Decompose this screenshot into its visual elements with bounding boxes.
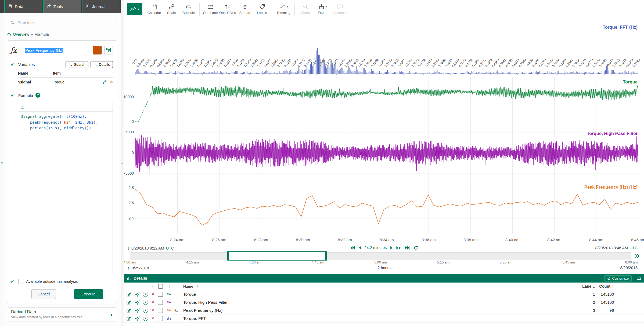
derived-data-panel[interactable]: Derived Data View data created by tools …	[7, 307, 116, 321]
peak-frequency-plot[interactable]	[135, 182, 638, 233]
trend-view-button[interactable]: ▾	[127, 3, 142, 15]
timeline-expand-icon[interactable]	[634, 253, 640, 260]
tools-panel: Overview » Formula ƒx Peak Frequency (Hz…	[4, 13, 121, 326]
dependency-tree-button[interactable]	[104, 46, 113, 54]
item-name[interactable]: Torque, High Pass Filter	[182, 300, 576, 305]
edit-pencil-icon[interactable]	[103, 80, 107, 84]
remove-item-icon[interactable]: ×	[149, 309, 156, 312]
formula-editor[interactable]: $signal.aggregate(fft(100hz). peakFreque…	[18, 102, 113, 274]
fast-backward-button[interactable]	[350, 246, 355, 250]
customize-button[interactable]: Customize	[604, 275, 632, 281]
cancel-button[interactable]: Cancel	[31, 289, 56, 299]
column-header-lane[interactable]: Lane	[582, 284, 591, 288]
tab-journal[interactable]: Journal	[82, 0, 120, 13]
collapse-panel-left-icon[interactable]: «	[1, 160, 3, 165]
range-end-date[interactable]: 8/29/2018 8:46 AM	[595, 246, 628, 250]
remove-item-icon[interactable]: ×	[149, 317, 156, 320]
row-checkbox[interactable]	[158, 308, 163, 313]
add-column-icon[interactable]	[637, 276, 641, 280]
item-name[interactable]: Torque, FFT	[182, 316, 576, 321]
timeline-left-handle[interactable]	[227, 252, 229, 260]
edit-item-icon[interactable]	[124, 292, 133, 297]
column-header-name[interactable]: Name	[183, 284, 193, 288]
chevron-right-icon[interactable]: ›	[110, 311, 112, 318]
arrow-down-icon[interactable]: ↓	[127, 246, 129, 251]
sidebar-left-gutter	[0, 13, 4, 326]
high-pass-filter-plot[interactable]	[135, 129, 638, 178]
range-duration[interactable]: 24.2 minutes	[364, 246, 387, 250]
toolbar-export-button[interactable]: ▾ Export	[315, 1, 331, 17]
edit-item-icon[interactable]	[124, 300, 133, 305]
details-row[interactable]: i×HzPeak Frequency (Hz)396	[124, 306, 644, 314]
variables-details-button[interactable]: Details	[91, 61, 113, 68]
info-icon[interactable]: i	[141, 300, 149, 305]
sort-icon[interactable]: ▲▼	[169, 285, 171, 288]
row-checkbox[interactable]	[158, 316, 163, 321]
toolbar-spread-button[interactable]: Spread	[237, 1, 253, 17]
toolbar-calendar-button[interactable]: Calendar	[146, 1, 162, 17]
item-name[interactable]: Peak Frequency (Hz)	[182, 308, 576, 313]
toolbar-one-y-axis-button[interactable]: One Y-Axis	[220, 1, 236, 17]
refresh-icon[interactable]	[414, 246, 418, 250]
send-item-icon[interactable]	[133, 300, 141, 305]
collapse-panel-icon[interactable]: «	[121, 160, 123, 165]
step-backward-button[interactable]	[358, 246, 361, 250]
fast-forward-button[interactable]	[396, 246, 401, 250]
comment-icon	[337, 4, 343, 10]
item-name[interactable]: Torque	[182, 292, 576, 297]
range-end-timezone[interactable]: UTC	[629, 246, 638, 250]
sort-icon[interactable]: ▲▼	[197, 285, 199, 288]
function-list-icon[interactable]	[20, 104, 25, 109]
filter-tools-input[interactable]	[17, 20, 113, 25]
details-row[interactable]: i×Torque, High Pass Filter2145100	[124, 298, 644, 306]
arrow-up-icon[interactable]: ↑	[127, 266, 129, 270]
send-item-icon[interactable]	[133, 292, 141, 297]
help-icon[interactable]: ?	[35, 93, 40, 98]
timeline-right-handle[interactable]	[325, 252, 327, 260]
toolbar-chain-button[interactable]: Chain	[163, 1, 179, 17]
edit-item-icon[interactable]	[124, 308, 133, 313]
tab-tools[interactable]: Tools	[43, 0, 81, 13]
variables-search-button[interactable]: Search	[66, 61, 88, 68]
skip-to-end-button[interactable]	[405, 246, 411, 250]
remove-item-icon[interactable]: ×	[149, 292, 156, 296]
torque-plot[interactable]	[135, 77, 638, 126]
formula-name-input[interactable]: Peak Frequency (Hz)	[23, 45, 90, 55]
row-checkbox[interactable]	[158, 300, 163, 305]
timeline-selected-window[interactable]	[227, 251, 327, 261]
toolbar-one-lane-button[interactable]: One Lane	[202, 1, 218, 17]
send-item-icon[interactable]	[133, 308, 141, 313]
remove-variable-icon[interactable]: ×	[110, 80, 113, 84]
range-start-timezone[interactable]: UTC	[166, 246, 174, 250]
trend-chart-region[interactable]: 8:24 am8:26 am8:28 am8:30 am8:32 am8:34 …	[124, 18, 644, 244]
sort-icon[interactable]: ▲▼	[612, 285, 614, 288]
column-header-count[interactable]: Count	[599, 284, 610, 288]
info-icon[interactable]: i	[141, 316, 149, 321]
details-row[interactable]: i×Torque, FFT	[124, 314, 644, 323]
send-item-icon[interactable]	[133, 316, 141, 321]
remove-all-icon[interactable]: ×	[149, 284, 156, 288]
formula-code[interactable]: $signal.aggregate(fft(100hz). peakFreque…	[18, 112, 113, 133]
step-forward-button[interactable]	[390, 246, 393, 250]
available-checkbox[interactable]	[19, 279, 23, 284]
item-lane: 3	[576, 308, 595, 313]
toolbar-capsule-button[interactable]: Capsule	[181, 1, 197, 17]
toolbar-labels-button[interactable]: Labels	[254, 1, 270, 17]
toolbar-dimming-button[interactable]: ▾ Dimming	[276, 1, 292, 17]
execute-button[interactable]: Execute	[74, 289, 103, 299]
color-swatch-button[interactable]	[93, 46, 102, 54]
timeline-track[interactable]	[130, 252, 631, 259]
breadcrumb-overview-link[interactable]: Overview	[13, 32, 29, 36]
tab-data[interactable]: Data	[4, 0, 42, 13]
range-start-date[interactable]: 8/29/2018 8:22 AM	[131, 246, 164, 250]
select-all-checkbox[interactable]	[158, 284, 163, 289]
toolbar-annotate-button: Annotate	[332, 1, 348, 17]
info-icon[interactable]: i	[141, 292, 149, 297]
timeline-navigator[interactable]: 4:00 am4:15 am4:30 am4:45 am5:00 am5:15 …	[130, 252, 631, 265]
home-icon[interactable]	[7, 32, 11, 36]
row-checkbox[interactable]	[158, 292, 163, 297]
info-icon[interactable]: i	[141, 308, 149, 313]
edit-item-icon[interactable]	[124, 316, 133, 321]
remove-item-icon[interactable]: ×	[149, 301, 156, 304]
details-row[interactable]: i×Torque1145100	[124, 290, 644, 298]
